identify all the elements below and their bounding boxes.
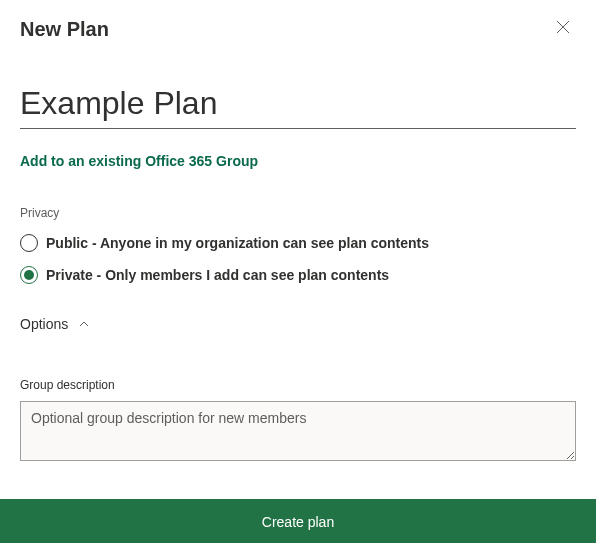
- add-existing-group-link[interactable]: Add to an existing Office 365 Group: [20, 153, 258, 169]
- panel-content: Add to an existing Office 365 Group Priv…: [0, 83, 596, 465]
- plan-name-field: [20, 83, 576, 129]
- panel-header: New Plan: [0, 0, 596, 41]
- privacy-public-option[interactable]: Public - Anyone in my organization can s…: [20, 234, 576, 252]
- group-description-label: Group description: [20, 378, 115, 392]
- close-icon: [556, 20, 570, 34]
- panel-footer: Create plan: [0, 499, 596, 543]
- radio-icon: [20, 266, 38, 284]
- new-plan-panel: New Plan Add to an existing Office 365 G…: [0, 0, 596, 543]
- radio-label-text: Private - Only members I add can see pla…: [46, 267, 389, 283]
- group-description-section: Group description: [20, 375, 576, 465]
- plan-name-input[interactable]: [20, 83, 576, 129]
- create-plan-button[interactable]: Create plan: [0, 514, 596, 530]
- privacy-label: Privacy: [20, 206, 576, 220]
- group-description-input[interactable]: [20, 401, 576, 461]
- radio-icon: [20, 234, 38, 252]
- panel-title: New Plan: [20, 18, 109, 41]
- chevron-up-icon: [78, 318, 90, 330]
- options-toggle[interactable]: Options: [20, 316, 90, 332]
- privacy-private-option[interactable]: Private - Only members I add can see pla…: [20, 266, 576, 284]
- close-button[interactable]: [552, 16, 574, 38]
- options-label: Options: [20, 316, 68, 332]
- privacy-radio-group: Public - Anyone in my organization can s…: [20, 234, 576, 284]
- radio-label-text: Public - Anyone in my organization can s…: [46, 235, 429, 251]
